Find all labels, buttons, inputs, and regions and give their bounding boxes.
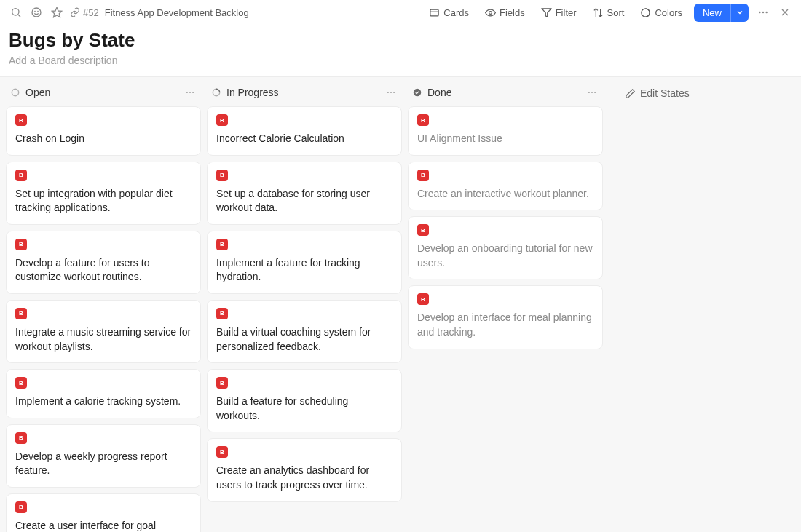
svg-point-18: [189, 92, 191, 93]
state-icon-done: [412, 87, 422, 98]
emoji-icon[interactable]: [29, 5, 44, 20]
cards-icon: [429, 7, 440, 18]
cards-label: Cards: [443, 7, 469, 18]
breadcrumb[interactable]: #52 Fitness App Development Backlog: [70, 7, 249, 18]
svg-point-13: [765, 12, 767, 13]
card-title: Develop a weekly progress report feature…: [15, 450, 192, 478]
column-title: Done: [427, 87, 451, 98]
svg-marker-5: [52, 7, 61, 17]
svg-point-17: [186, 92, 188, 93]
breadcrumb-title: Fitness App Development Backlog: [105, 7, 249, 18]
edit-states-button[interactable]: Edit States: [620, 84, 694, 102]
column-title: In Progress: [226, 87, 279, 98]
card[interactable]: BUI Alignment Issue: [408, 106, 603, 156]
bug-badge-icon: B: [15, 308, 27, 319]
header: Bugs by State Add a Board description: [0, 25, 801, 76]
card-title: Implement a calorie tracking system.: [15, 394, 192, 409]
card[interactable]: BBuild a feature for scheduling workouts…: [207, 369, 402, 432]
card[interactable]: BImplement a feature for tracking hydrat…: [207, 231, 402, 294]
pencil-icon: [625, 88, 636, 99]
cards-button[interactable]: Cards: [425, 4, 473, 21]
card-title: Create a user interface for goal setting…: [15, 519, 192, 532]
eye-icon: [485, 7, 496, 18]
card[interactable]: BBuild a virtual coaching system for per…: [207, 300, 402, 363]
svg-line-1: [18, 15, 20, 17]
card[interactable]: BSet up integration with popular diet tr…: [6, 162, 201, 225]
top-bar: #52 Fitness App Development Backlog Card…: [0, 0, 801, 25]
card[interactable]: BSet up a database for storing user work…: [207, 162, 402, 225]
sort-button[interactable]: Sort: [588, 4, 629, 21]
column-header: Done: [408, 83, 603, 106]
svg-point-16: [12, 89, 18, 95]
breadcrumb-id: #52: [83, 7, 99, 18]
new-button-group: New: [694, 4, 749, 22]
card[interactable]: BCreate an analytics dashboard for users…: [207, 438, 402, 501]
card[interactable]: BCreate a user interface for goal settin…: [6, 493, 201, 532]
column-more-icon[interactable]: [585, 86, 599, 99]
svg-point-4: [38, 11, 39, 12]
sort-label: Sort: [607, 7, 625, 18]
star-icon[interactable]: [50, 5, 64, 20]
description-input[interactable]: Add a Board description: [9, 55, 792, 66]
column-more-icon[interactable]: [384, 86, 398, 99]
bug-badge-icon: B: [15, 114, 27, 126]
bug-badge-icon: B: [417, 114, 429, 126]
state-icon-open: [10, 87, 20, 98]
card-title: UI Alignment Issue: [417, 132, 593, 146]
card-title: Set up integration with popular diet tra…: [15, 187, 192, 215]
svg-point-12: [762, 12, 764, 13]
svg-point-26: [591, 92, 593, 93]
bug-badge-icon: B: [15, 239, 27, 250]
bug-badge-icon: B: [15, 170, 27, 181]
svg-point-19: [192, 92, 194, 93]
filter-button[interactable]: Filter: [537, 4, 581, 21]
card-title: Create an interactive workout planner.: [417, 187, 593, 202]
fields-label: Fields: [500, 7, 525, 18]
card[interactable]: BDevelop an interface for meal planning …: [408, 285, 603, 349]
bug-badge-icon: B: [15, 501, 27, 513]
cards-wrap: BCrash on LoginBSet up integration with …: [6, 106, 201, 532]
svg-point-22: [390, 92, 392, 93]
card[interactable]: BDevelop an onboarding tutorial for new …: [408, 216, 603, 279]
card[interactable]: BImplement a calorie tracking system.: [6, 369, 201, 418]
colors-button[interactable]: Colors: [636, 4, 687, 21]
bug-badge-icon: B: [216, 377, 228, 389]
fields-button[interactable]: Fields: [481, 4, 529, 21]
svg-point-2: [32, 8, 41, 17]
more-icon[interactable]: [756, 5, 770, 20]
svg-point-8: [489, 11, 492, 14]
colors-label: Colors: [655, 7, 682, 18]
column-more-icon[interactable]: [184, 86, 197, 99]
top-right: Cards Fields Filter Sort Colors New: [425, 4, 792, 22]
card-title: Incorrect Calorie Calculation: [216, 132, 392, 146]
bug-badge-icon: B: [216, 308, 228, 319]
bug-badge-icon: B: [417, 224, 429, 236]
close-icon[interactable]: [778, 5, 792, 20]
svg-point-0: [12, 9, 19, 15]
card[interactable]: BIncorrect Calorie Calculation: [207, 106, 402, 156]
svg-rect-6: [430, 9, 438, 16]
card-title: Set up a database for storing user worko…: [216, 187, 392, 215]
bug-badge-icon: B: [417, 170, 429, 181]
card[interactable]: BCrash on Login: [6, 106, 201, 156]
svg-point-3: [35, 11, 36, 12]
card[interactable]: BIntegrate a music streaming service for…: [6, 300, 201, 363]
colors-icon: [640, 7, 651, 18]
column-done: DoneBUI Alignment IssueBCreate an intera…: [408, 83, 603, 532]
card-title: Implement a feature for tracking hydrati…: [216, 256, 392, 285]
card-title: Develop an interface for meal planning a…: [417, 311, 593, 339]
card[interactable]: BCreate an interactive workout planner.: [408, 162, 603, 211]
svg-point-21: [387, 92, 389, 93]
search-icon[interactable]: [9, 5, 23, 20]
card-title: Develop a feature for users to customize…: [15, 256, 192, 285]
column-open: OpenBCrash on LoginBSet up integration w…: [6, 83, 201, 532]
bug-badge-icon: B: [216, 239, 228, 250]
svg-point-25: [588, 92, 590, 93]
card-title: Crash on Login: [15, 132, 192, 146]
card[interactable]: BDevelop a weekly progress report featur…: [6, 424, 201, 488]
card[interactable]: BDevelop a feature for users to customiz…: [6, 231, 201, 294]
card-title: Create an analytics dashboard for users …: [216, 464, 392, 492]
column-in-progress: In ProgressBIncorrect Calorie Calculatio…: [207, 83, 402, 532]
new-dropdown[interactable]: [730, 4, 749, 22]
new-button[interactable]: New: [694, 4, 730, 22]
